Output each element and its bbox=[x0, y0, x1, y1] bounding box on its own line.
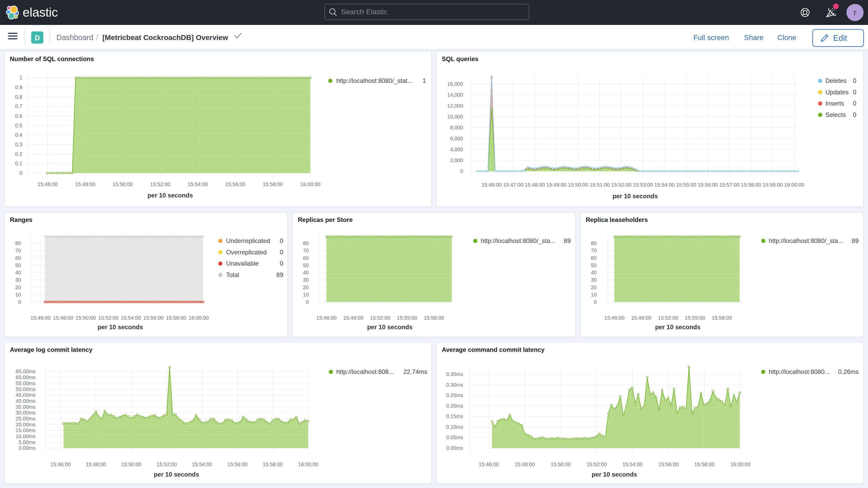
svg-text:5.00ms: 5.00ms bbox=[19, 439, 36, 445]
svg-text:14,000: 14,000 bbox=[447, 92, 463, 98]
svg-text:70: 70 bbox=[303, 248, 309, 253]
svg-text:http://localhost:8080...: http://localhost:8080... bbox=[769, 368, 830, 375]
svg-text:8,000: 8,000 bbox=[450, 125, 463, 130]
svg-text:http://localhost:808...: http://localhost:808... bbox=[336, 368, 394, 375]
svg-text:10,000: 10,000 bbox=[447, 114, 463, 120]
svg-text:15:48:00: 15:48:00 bbox=[515, 461, 535, 467]
svg-text:15:52:00: 15:52:00 bbox=[587, 461, 607, 467]
svg-text:89: 89 bbox=[851, 237, 859, 244]
svg-text:15:46:00: 15:46:00 bbox=[481, 182, 502, 188]
svg-text:0.9: 0.9 bbox=[15, 85, 22, 90]
svg-text:Deletes: Deletes bbox=[826, 77, 846, 84]
svg-text:0.26ms: 0.26ms bbox=[838, 368, 859, 375]
svg-text:0.2: 0.2 bbox=[15, 151, 22, 157]
svg-text:15:53:00: 15:53:00 bbox=[633, 182, 653, 188]
svg-text:89: 89 bbox=[276, 271, 283, 278]
svg-text:0: 0 bbox=[20, 170, 22, 176]
svg-text:16:00:00: 16:00:00 bbox=[784, 182, 804, 188]
svg-text:15:49:00: 15:49:00 bbox=[546, 182, 566, 188]
svg-text:0.00ms: 0.00ms bbox=[446, 445, 463, 451]
svg-text:0.10ms: 0.10ms bbox=[446, 424, 463, 430]
svg-text:15:56:00: 15:56:00 bbox=[227, 461, 248, 467]
svg-text:15:48:00: 15:48:00 bbox=[75, 181, 95, 187]
svg-text:0: 0 bbox=[306, 299, 309, 305]
svg-text:20: 20 bbox=[16, 284, 21, 290]
svg-text:Clone: Clone bbox=[777, 33, 796, 41]
svg-text:15:47:00: 15:47:00 bbox=[503, 182, 523, 188]
svg-text:0: 0 bbox=[280, 260, 283, 267]
svg-text:Updates: Updates bbox=[826, 89, 848, 96]
svg-text:per 10 seconds: per 10 seconds bbox=[613, 192, 658, 200]
svg-text:per 10 seconds: per 10 seconds bbox=[98, 324, 143, 331]
svg-text:Share: Share bbox=[744, 33, 764, 41]
svg-text:50: 50 bbox=[16, 263, 21, 268]
svg-text:Full screen: Full screen bbox=[693, 33, 729, 41]
svg-text:15:55:00: 15:55:00 bbox=[685, 315, 705, 321]
svg-text:80: 80 bbox=[16, 240, 21, 246]
svg-text:15:58:00: 15:58:00 bbox=[263, 461, 283, 467]
svg-text:80: 80 bbox=[591, 240, 597, 246]
svg-text:/: / bbox=[96, 33, 98, 41]
svg-text:30.00ms: 30.00ms bbox=[16, 410, 36, 416]
svg-text:1: 1 bbox=[20, 75, 22, 81]
svg-text:15:58:00: 15:58:00 bbox=[712, 315, 732, 321]
svg-text:15:48:00: 15:48:00 bbox=[86, 461, 106, 467]
svg-text:0.20ms: 0.20ms bbox=[446, 403, 463, 409]
svg-text:Selects: Selects bbox=[826, 111, 846, 118]
svg-text:15:58:00: 15:58:00 bbox=[741, 182, 761, 188]
svg-text:20.00ms: 20.00ms bbox=[16, 422, 36, 427]
svg-text:15:56:00: 15:56:00 bbox=[225, 181, 246, 187]
svg-text:15:58:00: 15:58:00 bbox=[424, 315, 444, 321]
svg-text:15:57:00: 15:57:00 bbox=[719, 182, 740, 188]
svg-text:10: 10 bbox=[16, 292, 21, 298]
svg-text:http://localhost:8080/_sta...: http://localhost:8080/_sta... bbox=[769, 237, 843, 244]
svg-text:15:48:00: 15:48:00 bbox=[525, 182, 545, 188]
svg-text:15:52:00: 15:52:00 bbox=[370, 315, 390, 321]
svg-text:65.00ms: 65.00ms bbox=[16, 368, 36, 374]
svg-text:0.30ms: 0.30ms bbox=[446, 382, 463, 388]
svg-text:15:49:00: 15:49:00 bbox=[631, 315, 651, 321]
svg-text:15:54:00: 15:54:00 bbox=[654, 182, 675, 188]
svg-text:[Metricbeat CockroachDB] Overv: [Metricbeat CockroachDB] Overview bbox=[102, 33, 228, 41]
svg-text:15.00ms: 15.00ms bbox=[16, 427, 36, 433]
svg-text:6,000: 6,000 bbox=[450, 135, 463, 141]
svg-text:0: 0 bbox=[594, 299, 597, 305]
svg-text:http://localhost:8080/_sta...: http://localhost:8080/_sta... bbox=[481, 237, 555, 244]
svg-text:20: 20 bbox=[591, 284, 597, 290]
svg-text:16:00:00: 16:00:00 bbox=[730, 461, 750, 467]
svg-text:60.00ms: 60.00ms bbox=[16, 374, 36, 380]
svg-text:12,000: 12,000 bbox=[447, 103, 463, 109]
svg-text:per 10 seconds: per 10 seconds bbox=[655, 324, 701, 331]
svg-text:15:49:00: 15:49:00 bbox=[343, 315, 363, 321]
svg-text:0.8: 0.8 bbox=[15, 94, 22, 100]
svg-text:0: 0 bbox=[460, 169, 463, 174]
svg-text:15:55:00: 15:55:00 bbox=[397, 315, 417, 321]
svg-text:Dashboard: Dashboard bbox=[56, 33, 93, 41]
svg-text:40: 40 bbox=[591, 270, 597, 275]
svg-text:r: r bbox=[854, 8, 856, 17]
svg-text:15:48:00: 15:48:00 bbox=[53, 315, 73, 321]
svg-text:4,000: 4,000 bbox=[450, 147, 463, 152]
svg-text:elastic: elastic bbox=[23, 5, 58, 19]
svg-text:0.35ms: 0.35ms bbox=[446, 371, 463, 377]
svg-text:89: 89 bbox=[564, 237, 571, 244]
svg-text:70: 70 bbox=[16, 248, 21, 253]
svg-text:0: 0 bbox=[853, 111, 856, 118]
svg-text:15:54:00: 15:54:00 bbox=[622, 461, 643, 467]
svg-text:Total: Total bbox=[226, 271, 239, 278]
svg-text:15:52:00: 15:52:00 bbox=[658, 315, 678, 321]
svg-text:70: 70 bbox=[591, 248, 597, 253]
svg-text:0.25ms: 0.25ms bbox=[446, 392, 463, 398]
svg-text:15:54:00: 15:54:00 bbox=[192, 461, 212, 467]
svg-text:15:52:00: 15:52:00 bbox=[611, 182, 631, 188]
svg-text:50: 50 bbox=[591, 263, 597, 268]
svg-text:50: 50 bbox=[303, 263, 309, 268]
svg-text:15:50:00: 15:50:00 bbox=[75, 315, 96, 321]
svg-text:15:46:00: 15:46:00 bbox=[479, 461, 499, 467]
svg-text:Overreplicated: Overreplicated bbox=[226, 249, 267, 256]
svg-text:15:51:00: 15:51:00 bbox=[589, 182, 610, 188]
svg-text:0: 0 bbox=[280, 249, 283, 256]
svg-text:15:46:00: 15:46:00 bbox=[604, 315, 624, 321]
svg-text:0.6: 0.6 bbox=[15, 113, 22, 119]
svg-text:50.00ms: 50.00ms bbox=[16, 387, 36, 392]
